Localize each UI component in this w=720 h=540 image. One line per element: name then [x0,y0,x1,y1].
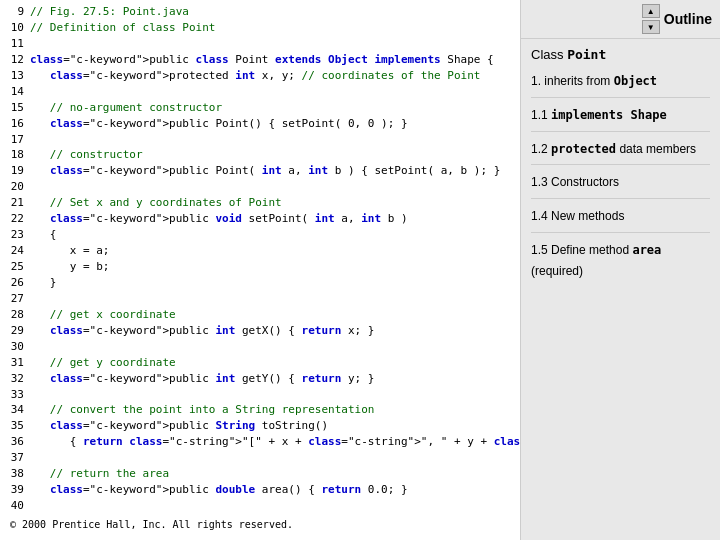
code-line: 14 [6,84,514,100]
divider [531,97,710,98]
code-line: 11 [6,36,514,52]
line-number: 22 [6,211,30,227]
line-number: 19 [6,163,30,179]
line-number: 17 [6,132,30,148]
line-content: // get y coordinate [30,355,176,371]
code-line: 20 [6,179,514,195]
divider [531,164,710,165]
code-line: 22 class="c-keyword">public void setPoin… [6,211,514,227]
outline-title: Outline [664,11,712,27]
divider [531,131,710,132]
line-content: class="c-keyword">public void setPoint( … [30,211,408,227]
line-number: 37 [6,450,30,466]
line-number: 26 [6,275,30,291]
outline-item[interactable]: 1.4 New methods [531,205,710,226]
code-line: 37 [6,450,514,466]
line-number: 28 [6,307,30,323]
code-line: 24 x = a; [6,243,514,259]
line-content: // no-argument constructor [30,100,222,116]
line-content: class="c-keyword">public int getX() { re… [30,323,374,339]
line-number: 15 [6,100,30,116]
line-number: 31 [6,355,30,371]
line-number: 29 [6,323,30,339]
divider [531,232,710,233]
line-number: 12 [6,52,30,68]
outline-item[interactable]: 1.3 Constructors [531,171,710,192]
outline-item[interactable]: 1.1 implements Shape [531,104,710,125]
code-line: 27 [6,291,514,307]
code-line: 21 // Set x and y coordinates of Point [6,195,514,211]
line-content: // return the area [30,466,169,482]
nav-down-button[interactable]: ▼ [642,20,660,34]
code-line: 39 class="c-keyword">public double area(… [6,482,514,498]
outline-content: Class Point 1. inherits from Object1.1 i… [521,39,720,540]
line-content: x = a; [30,243,109,259]
line-content: class="c-keyword">public Point() { setPo… [30,116,408,132]
code-line: 30 [6,339,514,355]
line-number: 14 [6,84,30,100]
class-name: Point [567,47,606,62]
code-line: 12class="c-keyword">public class Point e… [6,52,514,68]
line-number: 38 [6,466,30,482]
line-number: 36 [6,434,30,450]
line-content: // get x coordinate [30,307,176,323]
outline-panel: ▲ ▼ Outline Class Point 1. inherits from… [520,0,720,540]
code-line: 15 // no-argument constructor [6,100,514,116]
outline-items-container: 1. inherits from Object1.1 implements Sh… [531,70,710,281]
footer-text: © 2000 Prentice Hall, Inc. All rights re… [6,518,514,533]
outline-header: ▲ ▼ Outline [521,0,720,39]
code-line: 31 // get y coordinate [6,355,514,371]
code-line: 38 // return the area [6,466,514,482]
line-content: y = b; [30,259,109,275]
code-line: 18 // constructor [6,147,514,163]
code-line: 34 // convert the point into a String re… [6,402,514,418]
code-line: 9// Fig. 27.5: Point.java [6,4,514,20]
line-number: 21 [6,195,30,211]
code-line: 40 [6,498,514,514]
line-content: class="c-keyword">protected int x, y; //… [30,68,480,84]
line-number: 13 [6,68,30,84]
line-content: } [30,275,57,291]
code-line: 26 } [6,275,514,291]
line-number: 30 [6,339,30,355]
line-content: class="c-keyword">public int getY() { re… [30,371,374,387]
code-container: 9// Fig. 27.5: Point.java10// Definition… [6,4,514,514]
line-content: class="c-keyword">public String toString… [30,418,328,434]
line-number: 32 [6,371,30,387]
line-number: 40 [6,498,30,514]
line-content: // convert the point into a String repre… [30,402,374,418]
line-content: // Definition of class Point [30,20,215,36]
code-line: 23 { [6,227,514,243]
outline-item[interactable]: 1.2 protected data members [531,138,710,159]
code-line: 13 class="c-keyword">protected int x, y;… [6,68,514,84]
line-number: 33 [6,387,30,403]
line-number: 34 [6,402,30,418]
divider [531,198,710,199]
code-panel: 9// Fig. 27.5: Point.java10// Definition… [0,0,520,540]
line-number: 18 [6,147,30,163]
line-number: 10 [6,20,30,36]
code-line: 16 class="c-keyword">public Point() { se… [6,116,514,132]
line-number: 24 [6,243,30,259]
code-line: 28 // get x coordinate [6,307,514,323]
line-content: { return class="c-string">"[" + x + clas… [30,434,520,450]
line-number: 9 [6,4,30,20]
line-number: 20 [6,179,30,195]
outline-item[interactable]: 1. inherits from Object [531,70,710,91]
class-keyword: Class [531,47,567,62]
outline-item[interactable]: 1.5 Define method area (required) [531,239,710,281]
line-number: 11 [6,36,30,52]
line-number: 35 [6,418,30,434]
line-number: 23 [6,227,30,243]
line-content: class="c-keyword">public Point( int a, i… [30,163,500,179]
code-line: 19 class="c-keyword">public Point( int a… [6,163,514,179]
nav-up-button[interactable]: ▲ [642,4,660,18]
code-line: 17 [6,132,514,148]
line-number: 39 [6,482,30,498]
code-line: 32 class="c-keyword">public int getY() {… [6,371,514,387]
line-content: { [30,227,57,243]
code-line: 29 class="c-keyword">public int getX() {… [6,323,514,339]
line-content: class="c-keyword">public double area() {… [30,482,408,498]
nav-buttons: ▲ ▼ [642,4,660,34]
line-content: class="c-keyword">public class Point ext… [30,52,494,68]
